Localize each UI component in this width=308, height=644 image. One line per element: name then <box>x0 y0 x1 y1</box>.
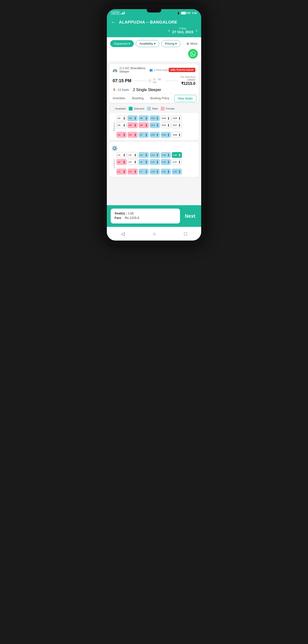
upper-row-1: U3 ▌ U6 ▌ U9 ▌ U12 ▌ U15 ▌ U18 ▌ <box>116 115 196 121</box>
seat-L1[interactable]: L1 ▌ <box>116 169 126 174</box>
duration-text: 11 : 00 hrs <box>153 78 164 84</box>
departure-filter[interactable]: Departure ▾ <box>110 40 134 47</box>
availability-filter[interactable]: Availibility ▾ <box>136 40 159 47</box>
seat-U8[interactable]: U8 ▌ <box>139 122 149 128</box>
upper-seat-grid: U3 ▌ U6 ▌ U9 ▌ U12 ▌ U15 ▌ U18 ▌ U2 ▌ U5… <box>116 115 196 138</box>
seat-L2[interactable]: L2 ▌ <box>116 159 126 165</box>
seat-L18[interactable]: L18 ▌ <box>172 152 182 158</box>
tab-amenities[interactable]: Amenities <box>109 94 129 103</box>
legend-selected: Selected <box>129 107 144 110</box>
next-date-button[interactable]: › <box>196 28 197 33</box>
seat-U14[interactable]: U14 ▌ <box>161 122 171 128</box>
network-icon: VoLTE <box>111 11 120 15</box>
upper-row-3: U1 ▌ U4 ▌ U7 ▌ U10 ▌ U13 ▌ U16 ▌ <box>116 132 196 138</box>
date-info: Friday 27 Oct, 2023 <box>172 27 194 34</box>
pricing-filter[interactable]: Pricing ▾ <box>161 40 181 47</box>
price-from-text: Per Seat from <box>181 76 195 78</box>
seat-L4[interactable]: L4 ▌ <box>127 169 138 174</box>
more-filter-button[interactable]: ⊞ More <box>187 42 198 46</box>
seat-L17[interactable]: L17 ▌ <box>172 159 182 165</box>
back-nav-button[interactable]: ◁ <box>116 230 129 238</box>
vibrate-icon: 📳 <box>177 12 180 14</box>
next-button[interactable]: Next <box>183 211 197 221</box>
legend-row: Available Selected Male Female <box>107 104 201 113</box>
seat-U18[interactable]: U18 ▌ <box>172 115 182 121</box>
seat-L15[interactable]: L15 ▌ <box>161 152 171 158</box>
female-box <box>161 107 165 110</box>
price-original: 1350.0 <box>181 78 195 81</box>
date-day: Friday <box>172 27 194 30</box>
whatsapp-button[interactable] <box>188 49 198 59</box>
seat-U2[interactable]: U2 ▌ <box>116 122 126 128</box>
phone-notch <box>147 9 161 12</box>
offer-text: Offer ₹135 Per Seat 🏷 <box>171 69 194 71</box>
fare-label: Fare <box>114 216 121 220</box>
selected-label: Selected <box>134 107 144 110</box>
upper-label: Upper <box>113 122 115 131</box>
seat-L12[interactable]: L12 ▌ <box>150 152 160 158</box>
male-box <box>147 107 151 110</box>
bus-card-header: 🚌 2+1 A/C BharatBenz Sleeper 👥 2 Rest st… <box>109 64 199 75</box>
legend-female: Female <box>161 107 175 110</box>
view-seats-button[interactable]: View Seats <box>174 95 196 102</box>
seat-L8[interactable]: L8 ▌ <box>139 159 149 165</box>
empty-space <box>107 181 201 205</box>
battery-percent: 85 <box>188 12 191 14</box>
seat-U4[interactable]: U4 ▌ <box>127 132 138 138</box>
seat-L13[interactable]: L13 ▌ <box>161 169 171 174</box>
seat-L9[interactable]: L9 ▌ <box>139 152 149 158</box>
upper-divider <box>116 129 196 131</box>
prev-date-button[interactable]: ‹ <box>168 28 170 33</box>
date-nav: ‹ Friday 27 Oct, 2023 › <box>111 27 197 34</box>
offer-badge: Offer ₹135 Per Seat 🏷 <box>169 68 195 72</box>
seat-L10[interactable]: L10 ▌ <box>150 169 160 174</box>
recents-nav-button[interactable]: □ <box>179 230 192 238</box>
tab-boarding[interactable]: Boarding <box>129 94 147 103</box>
seat-L14[interactable]: L14 ▌ <box>161 159 171 165</box>
seat-U3[interactable]: U3 ▌ <box>116 115 126 121</box>
seat-U6[interactable]: U6 ▌ <box>127 115 138 121</box>
header-top: ← ALAPPUZHA – BANGALORE <box>111 19 197 26</box>
bus-type-row: 🚌 2+1 A/C BharatBenz Sleeper <box>113 66 149 73</box>
seat-U1[interactable]: U1 ▌ <box>116 132 126 138</box>
lower-row-3: L1 ▌ L4 ▌ L7 ▌ L10 ▌ L13 ▌ L16 ▌ <box>116 169 196 174</box>
seat-U15[interactable]: U15 ▌ <box>161 115 171 121</box>
seat-U12[interactable]: U12 ▌ <box>150 115 160 121</box>
battery-icon <box>181 12 187 14</box>
seat-L6[interactable]: L6 ▌ <box>127 152 138 158</box>
female-label: Female <box>166 107 175 110</box>
seat-U11[interactable]: U11 ▌ <box>150 122 160 128</box>
seat-L3[interactable]: L3 ▌ <box>116 152 126 158</box>
seat-U7[interactable]: U7 ▌ <box>139 132 149 138</box>
lower-divider <box>116 166 196 168</box>
seat-U13[interactable]: U13 ▌ <box>161 132 171 138</box>
back-button[interactable]: ← <box>111 19 116 26</box>
rest-stops-text: 2 Rest stops <box>154 68 169 71</box>
seat-U16[interactable]: U16 ▌ <box>172 132 182 138</box>
more-label: More <box>190 42 198 46</box>
selected-box <box>129 107 132 110</box>
seat-U9[interactable]: U9 ▌ <box>139 115 149 121</box>
seat-U17[interactable]: U17 ▌ <box>172 122 182 128</box>
seat-U5[interactable]: U5 ▌ <box>127 122 138 128</box>
lower-row-2: L2 ▌ L5 ▌ L8 ▌ L11 ▌ L14 ▌ L17 ▌ <box>116 159 196 165</box>
seat-L7[interactable]: L7 ▌ <box>139 169 149 174</box>
upper-deck-card: Upper U3 ▌ U6 ▌ U9 ▌ U12 ▌ U15 ▌ U18 ▌ <box>109 113 199 140</box>
filter-divider <box>183 40 184 47</box>
clock-icon: 🕐 <box>148 79 151 82</box>
lower-deck-wrapper: Lower L3 ▌ L6 ▌ L9 ▌ L12 ▌ L15 ▌ L18 ▌ <box>112 152 196 174</box>
phone-frame: VoLTE 📳 85 3:49 <box>103 5 205 245</box>
stops-icon: 👥 <box>149 68 153 72</box>
seat-L16[interactable]: L16 ▌ <box>172 169 182 174</box>
route-title: ALAPPUZHA – BANGALORE <box>119 20 197 25</box>
home-nav-button[interactable]: ○ <box>148 230 161 238</box>
tab-booking-policy[interactable]: Booking Policy <box>147 94 173 103</box>
seat-map-section: Upper U3 ▌ U6 ▌ U9 ▌ U12 ▌ U15 ▌ U18 ▌ <box>109 113 199 179</box>
clock-time: 3:49 <box>192 12 197 14</box>
seat-count-icon: 🪑 <box>113 88 116 92</box>
whatsapp-icon <box>190 51 196 56</box>
seat-L5[interactable]: L5 ▌ <box>127 159 138 165</box>
seat-value: L18 <box>128 212 133 215</box>
seat-U10[interactable]: U10 ▌ <box>150 132 160 138</box>
seat-L11[interactable]: L11 ▌ <box>150 159 160 165</box>
